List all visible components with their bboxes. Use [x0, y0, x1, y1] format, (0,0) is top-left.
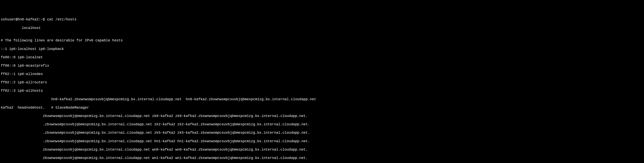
prompt-symbol: $ — [43, 17, 45, 21]
output-line: # The following lines are desirable for … — [1, 38, 643, 43]
output-line: kafka2 headnodehost. # SlaveNodeManager — [1, 106, 643, 110]
terminal-window[interactable]: sshuser@hn0-kafka2:~$ cat /etc/hosts loc… — [1, 17, 643, 163]
output-line: ff02::3 ip6-allhosts — [1, 89, 643, 93]
output-line: ::1 ip6-localhost ip6-loopback — [1, 47, 643, 51]
output-line: localhost — [1, 26, 643, 30]
output-line: hn0-kafka2.zbxwnwsmpcsuvbjqbmespcm1zg.bx… — [1, 97, 643, 102]
output-line: zbxwnwsmpcsuvbjqbmespcm1zg.bx.internal.c… — [1, 148, 643, 152]
prompt-host: hn0-kafka2 — [18, 17, 38, 21]
output-line: zbxwnwsmpcsuvbjqbmespcm1zg.bx.internal.c… — [1, 114, 643, 118]
output-line: ff02::1 ip6-allnodes — [1, 72, 643, 76]
command-text: cat /etc/hosts — [47, 17, 76, 21]
output-line: .zbxwnwsmpcsuvbjqbmespcm1zg.bx.internal.… — [1, 122, 643, 127]
output-line: ff00::0 ip6-mcastprefix — [1, 64, 643, 68]
prompt-line: sshuser@hn0-kafka2:~$ cat /etc/hosts — [1, 17, 643, 22]
prompt-path: ~ — [41, 17, 43, 21]
output-line: ff02::2 ip6-allrouters — [1, 80, 643, 85]
output-line: .zbxwnwsmpcsuvbjqbmespcm1zg.bx.internal.… — [1, 139, 643, 144]
output-line: zbxwnwsmpcsuvbjqbmespcm1zg.bx.internal.c… — [1, 156, 643, 160]
prompt-user: sshuser — [1, 17, 16, 21]
output-line: .zbxwnwsmpcsuvbjqbmespcm1zg.bx.internal.… — [1, 131, 643, 135]
output-line: fe00::0 ip6-localnet — [1, 55, 643, 60]
